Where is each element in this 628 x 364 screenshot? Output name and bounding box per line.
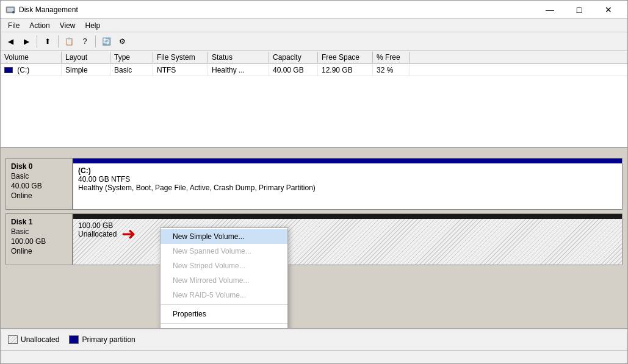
disk1-name: Disk 1 bbox=[11, 218, 67, 226]
rescan-button[interactable]: 🔄 bbox=[99, 34, 114, 49]
legend-primary: Primary partition bbox=[69, 335, 135, 344]
title-bar: Disk Management — □ ✕ bbox=[1, 1, 627, 19]
svg-point-2 bbox=[12, 11, 15, 13]
menu-view[interactable]: View bbox=[55, 20, 81, 31]
col-header-status: Status bbox=[208, 52, 269, 63]
properties-button[interactable]: ⚙ bbox=[115, 34, 129, 49]
ctx-help[interactable]: Help bbox=[161, 326, 287, 328]
col-header-volume: Volume bbox=[1, 52, 62, 63]
cell-filesystem: NTFS bbox=[153, 65, 208, 76]
menu-file[interactable]: File bbox=[3, 20, 24, 31]
cell-type: Basic bbox=[110, 65, 153, 76]
toolbar: ◀ ▶ ⬆ 📋 ? 🔄 ⚙ bbox=[1, 32, 627, 51]
cell-status: Healthy ... bbox=[208, 65, 269, 76]
col-header-type: Type bbox=[110, 52, 153, 63]
close-button[interactable]: ✕ bbox=[594, 1, 623, 19]
menu-help[interactable]: Help bbox=[81, 20, 106, 31]
disk1-unalloc-size: 100.00 GB bbox=[78, 221, 117, 230]
cell-layout: Simple bbox=[62, 65, 110, 76]
disk1-status: Online bbox=[11, 247, 67, 255]
svg-rect-1 bbox=[7, 8, 13, 12]
disk0-content: (C:) 40.00 GB NTFS Healthy (System, Boot… bbox=[73, 159, 622, 209]
ctx-new-striped: New Striped Volume... bbox=[161, 259, 287, 273]
disk1-type: Basic bbox=[11, 227, 67, 236]
toolbar-sep-3 bbox=[95, 35, 96, 48]
ctx-new-spanned: New Spanned Volume... bbox=[161, 244, 287, 259]
disk1-unalloc-label: Unallocated bbox=[78, 230, 117, 238]
cell-capacity: 40.00 GB bbox=[269, 65, 318, 76]
help-toolbar-button[interactable]: ? bbox=[78, 34, 92, 49]
ctx-properties[interactable]: Properties bbox=[161, 307, 287, 321]
table-row[interactable]: (C:) Simple Basic NTFS Healthy ... 40.00… bbox=[1, 64, 627, 76]
disk1-unallocated[interactable]: 100.00 GB Unallocated ➜ bbox=[73, 219, 622, 265]
app-icon bbox=[5, 5, 15, 15]
toolbar-sep-2 bbox=[58, 35, 59, 48]
disk0-status: Online bbox=[11, 191, 67, 200]
cell-pctfree: 32 % bbox=[373, 65, 410, 76]
disk1-content: 100.00 GB Unallocated ➜ bbox=[73, 214, 622, 265]
legend-bar: Unallocated Primary partition bbox=[1, 328, 627, 350]
disk0-partition-desc: Healthy (System, Boot, Page File, Active… bbox=[78, 184, 617, 192]
disk1-size: 100.00 GB bbox=[11, 237, 67, 246]
ctx-separator-2 bbox=[161, 323, 287, 324]
cell-freespace: 12.90 GB bbox=[318, 65, 373, 76]
disk1-unalloc-info: 100.00 GB Unallocated bbox=[78, 221, 117, 238]
disk0-partition-letter: (C:) bbox=[78, 166, 617, 175]
forward-button[interactable]: ▶ bbox=[19, 34, 34, 49]
disk-list: Disk 0 Basic 40.00 GB Online (C:) 40.00 … bbox=[1, 153, 627, 270]
legend-primary-label: Primary partition bbox=[82, 335, 135, 344]
ctx-new-mirrored: New Mirrored Volume... bbox=[161, 273, 287, 288]
legend-primary-box bbox=[69, 335, 79, 344]
col-header-pctfree: % Free bbox=[373, 52, 410, 63]
back-button[interactable]: ◀ bbox=[3, 34, 18, 49]
col-header-layout: Layout bbox=[62, 52, 110, 63]
disk1-topbar bbox=[73, 214, 622, 219]
disk0-topbar bbox=[73, 159, 622, 163]
context-menu: New Simple Volume... New Spanned Volume.… bbox=[160, 227, 288, 328]
disk0-type: Basic bbox=[11, 172, 67, 180]
ctx-new-raid5: New RAID-5 Volume... bbox=[161, 288, 287, 302]
status-bar bbox=[1, 350, 627, 363]
disk0-size: 40.00 GB bbox=[11, 182, 67, 190]
window-title: Disk Management bbox=[19, 5, 536, 14]
cell-volume: (C:) bbox=[1, 65, 62, 76]
arrow-icon: ➜ bbox=[121, 224, 135, 244]
disk0-name: Disk 0 bbox=[11, 162, 67, 171]
legend-unalloc-box bbox=[8, 335, 18, 344]
legend-unalloc-label: Unallocated bbox=[21, 335, 59, 344]
menu-action[interactable]: Action bbox=[24, 20, 54, 31]
disk0-info: (C:) 40.00 GB NTFS Healthy (System, Boot… bbox=[73, 163, 622, 195]
disk1-label: Disk 1 Basic 100.00 GB Online bbox=[6, 214, 73, 265]
toolbar-sep-1 bbox=[37, 35, 37, 48]
legend-unallocated: Unallocated bbox=[8, 335, 59, 344]
table-header: Volume Layout Type File System Status Ca… bbox=[1, 51, 627, 64]
maximize-button[interactable]: □ bbox=[565, 1, 593, 19]
window-controls: — □ ✕ bbox=[536, 1, 623, 19]
disk0-row: Disk 0 Basic 40.00 GB Online (C:) 40.00 … bbox=[5, 158, 623, 210]
minimize-button[interactable]: — bbox=[536, 1, 564, 19]
disk1-row: Disk 1 Basic 100.00 GB Online 100.00 GB … bbox=[5, 213, 623, 265]
ctx-new-simple[interactable]: New Simple Volume... bbox=[161, 229, 287, 244]
col-header-filesystem: File System bbox=[153, 52, 208, 63]
main-window: Disk Management — □ ✕ File Action View H… bbox=[0, 0, 628, 364]
disk0-label: Disk 0 Basic 40.00 GB Online bbox=[6, 159, 73, 209]
disk0-partition-detail: 40.00 GB NTFS bbox=[78, 175, 617, 184]
up-button[interactable]: ⬆ bbox=[40, 34, 55, 49]
menu-bar: File Action View Help bbox=[1, 19, 627, 32]
volume-list-area: Volume Layout Type File System Status Ca… bbox=[1, 51, 627, 148]
view-button[interactable]: 📋 bbox=[62, 34, 76, 49]
col-header-freespace: Free Space bbox=[318, 52, 373, 63]
ctx-separator-1 bbox=[161, 304, 287, 305]
disk-graphical-area: Disk 0 Basic 40.00 GB Online (C:) 40.00 … bbox=[1, 148, 627, 328]
col-header-capacity: Capacity bbox=[269, 52, 318, 63]
